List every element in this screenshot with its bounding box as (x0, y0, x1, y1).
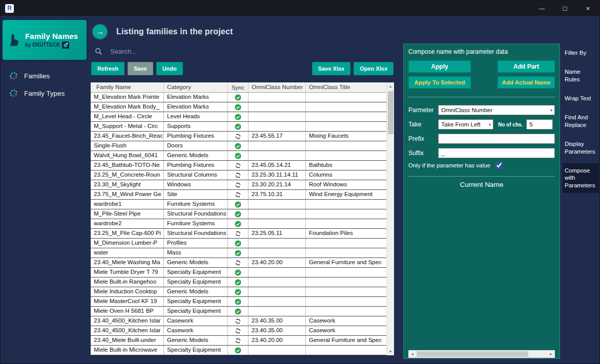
cell-category: Specialty Equipment (164, 307, 228, 316)
side-tab[interactable]: Compose with Parameters (563, 163, 599, 194)
table-row[interactable]: wardrobe2 Furniture Systems (91, 219, 386, 229)
table-row[interactable]: Walvit_Hung Bowl_6041 Generic Models (91, 151, 386, 161)
no-of-chs-input[interactable] (526, 119, 553, 130)
cell-omniclass-number (249, 346, 306, 355)
table-row[interactable]: 23.30_M_Skylight Windows 23.30.20.21.14 … (91, 180, 386, 190)
table-row[interactable]: 23.45_Faucet-8inch_Reac Plumbing Fixture… (91, 132, 386, 141)
table-row[interactable]: wardrobe1 Furniture Systems (91, 200, 386, 209)
side-tab[interactable]: Filter By (563, 46, 599, 60)
sidebar-nav: Families Family Types (3, 67, 87, 102)
scroll-left-icon[interactable]: ◄ (408, 350, 416, 358)
scroll-up-icon[interactable]: ▲ (389, 82, 392, 90)
open-xlsx-button[interactable]: Open Xlsx (354, 62, 394, 75)
cell-sync (228, 287, 249, 296)
maximize-button[interactable]: □ (553, 1, 576, 16)
table-row[interactable]: Miele Built-in Rangehoo Specialty Equipm… (91, 277, 386, 287)
close-button[interactable]: × (576, 1, 599, 16)
table-row[interactable]: Miele Built-in Microwave Specialty Equip… (91, 346, 386, 355)
suffix-input[interactable] (438, 148, 555, 158)
main-area: → Listing families in the project Refres… (89, 16, 400, 364)
table-row[interactable]: M_Elevation Mark Pointe Elevation Marks (91, 93, 386, 102)
sidebar-nav-item[interactable]: Families (3, 67, 87, 84)
table-row[interactable]: Miele Oven H 5681 BP Specialty Equipment (91, 307, 386, 316)
table-row[interactable]: Miele Tumble Dryer T 79 Specialty Equipm… (91, 268, 386, 277)
minimize-button[interactable]: — (530, 1, 553, 16)
cell-omniclass-number: 23.25.05.11 (249, 229, 306, 238)
table-row[interactable]: 23.75_M_Wind Power Ge Site 23.75.10.31 W… (91, 190, 386, 200)
add-actual-name-button[interactable]: Add Actual Name (498, 76, 555, 89)
table-row[interactable]: Miele MasterCool KF 19 Specialty Equipme… (91, 297, 386, 307)
column-header-category[interactable]: Category (164, 82, 228, 92)
cell-family-name: M_Elevation Mark Pointe (91, 93, 164, 102)
column-header-family-name[interactable]: Family Name (91, 82, 164, 92)
table-row[interactable]: Single-Flush Doors (91, 141, 386, 151)
table-row[interactable]: 23.25_M_Pile Cap-600 Pi Structural Found… (91, 229, 386, 239)
cell-category: Generic Models (164, 287, 228, 296)
table-row[interactable]: 23.25_M_Concrete-Roun Structural Columns… (91, 170, 386, 180)
cell-omniclass-title: Bathtubs (306, 161, 386, 170)
table-row[interactable]: 23.40_4500_Kitchen Islar Casework 23.40.… (91, 326, 386, 336)
compose-horizontal-scrollbar[interactable]: ◄ ► (408, 350, 555, 358)
cell-omniclass-title (306, 346, 386, 355)
side-tab[interactable]: Wrap Text (563, 91, 599, 106)
table-row[interactable]: M_Support - Metal - Circ Supports (91, 122, 386, 132)
toolbar-left: Refresh Save Undo (91, 62, 183, 75)
only-if-checkbox[interactable] (495, 162, 503, 169)
only-if-row: Only if the parameter has value (408, 162, 555, 169)
cell-category: Windows (164, 180, 228, 189)
sidebar-nav-item[interactable]: Family Types (3, 84, 87, 102)
scroll-down-icon[interactable]: ▼ (389, 348, 392, 355)
cell-family-name: 23.45_Bathtub-TOTO-Ne (91, 161, 164, 170)
table-row[interactable]: M_Dimension Lumber-P Profiles (91, 239, 386, 248)
cell-family-name: M_Support - Metal - Circ (91, 122, 164, 131)
cell-sync (228, 277, 249, 287)
cell-omniclass-number (249, 200, 306, 209)
synced-check-icon (235, 347, 241, 354)
dotted-swirl-icon (9, 71, 18, 80)
refresh-button[interactable]: Refresh (91, 62, 125, 75)
arrow-right-icon[interactable]: → (93, 25, 107, 39)
table-row[interactable]: water Mass (91, 248, 386, 258)
table-row[interactable]: M_Elevation Mark Body_ Elevation Marks (91, 102, 386, 112)
prefix-input[interactable] (438, 134, 555, 144)
column-header-omniclass-number[interactable]: OmniClass Number (249, 82, 306, 92)
side-tab[interactable]: Find And Replace (563, 110, 599, 133)
synced-check-icon (235, 298, 241, 305)
cell-omniclass-number: 23.25.30.11.14.11 (249, 170, 306, 180)
save-button[interactable]: Save (128, 62, 153, 75)
table-row[interactable]: M_Pile-Steel Pipe Structural Foundations (91, 209, 386, 219)
parameter-dropdown[interactable]: OmniClass Number ▾ (438, 105, 555, 115)
table-row[interactable]: 23.40_Miele Washing Ma Generic Models 23… (91, 258, 386, 268)
compose-panel-title: Compose name with parameter data (408, 48, 555, 55)
apply-button[interactable]: Apply (408, 60, 471, 73)
add-part-button[interactable]: Add Part (498, 60, 555, 73)
horizontal-scrollbar-thumb[interactable] (417, 351, 528, 357)
save-xlsx-button[interactable]: Save Xlsx (312, 62, 350, 75)
synced-check-icon (235, 250, 241, 256)
search-input[interactable] (110, 48, 315, 55)
cell-sync (228, 170, 249, 180)
table-row[interactable]: 23.45_Bathtub-TOTO-Ne Plumbing Fixtures … (91, 161, 386, 170)
side-tab[interactable]: Display Parameters (563, 137, 599, 159)
table-row[interactable]: 23.40_4500_Kitchen Islar Casework 23.40.… (91, 316, 386, 326)
cell-family-name: Walvit_Hung Bowl_6041 (91, 151, 164, 160)
column-header-omniclass-title[interactable]: OmniClass Title (306, 82, 386, 92)
table-vertical-scrollbar[interactable]: ▲ ▼ (386, 82, 394, 355)
chevron-down-icon: ▾ (550, 108, 552, 113)
table-row[interactable]: M_Level Head - Circle Level Heads (91, 112, 386, 122)
apply-to-selected-button[interactable]: Apply To Selected (408, 76, 471, 89)
take-dropdown-value: Take From Left (441, 121, 481, 127)
undo-button[interactable]: Undo (156, 62, 183, 75)
page-title: Listing families in the project (116, 27, 233, 36)
table-row[interactable]: Miele Induction Cooktop Generic Models (91, 287, 386, 297)
column-header-sync[interactable]: Sync (228, 82, 249, 92)
scroll-right-icon[interactable]: ► (547, 350, 555, 358)
vertical-scrollbar-thumb[interactable] (388, 91, 394, 134)
side-tab[interactable]: Name Rules (563, 65, 599, 87)
take-dropdown[interactable]: Take From Left ▾ (438, 119, 493, 130)
prefix-label: Prefix (408, 135, 438, 142)
sync-arrows-icon (235, 260, 241, 266)
cell-family-name: M_Elevation Mark Body_ (91, 102, 164, 112)
cell-sync (228, 209, 249, 219)
table-row[interactable]: 23.40_Miele Built-under Generic Models 2… (91, 336, 386, 346)
